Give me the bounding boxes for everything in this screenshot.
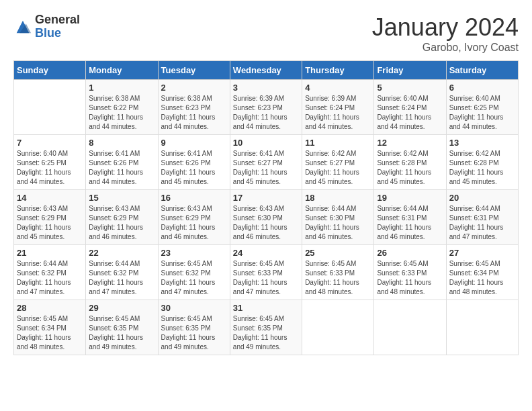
day-number: 15	[89, 193, 154, 203]
day-number: 18	[305, 193, 371, 203]
calendar-cell	[14, 80, 86, 135]
page-header: General Blue January 2024 Garobo, Ivory …	[13, 13, 519, 54]
month-title: January 2024	[372, 13, 519, 42]
calendar-cell: 18Sunrise: 6:44 AM Sunset: 6:30 PM Dayli…	[302, 190, 374, 245]
day-number: 1	[89, 83, 154, 93]
logo-text: General Blue	[35, 13, 80, 40]
day-info: Sunrise: 6:39 AM Sunset: 6:23 PM Dayligh…	[233, 94, 299, 132]
day-info: Sunrise: 6:43 AM Sunset: 6:29 PM Dayligh…	[89, 204, 154, 242]
day-number: 10	[233, 138, 299, 148]
day-info: Sunrise: 6:45 AM Sunset: 6:33 PM Dayligh…	[305, 259, 371, 297]
day-number: 19	[377, 193, 443, 203]
calendar-cell: 10Sunrise: 6:41 AM Sunset: 6:27 PM Dayli…	[230, 135, 302, 190]
calendar-cell: 11Sunrise: 6:42 AM Sunset: 6:27 PM Dayli…	[302, 135, 374, 190]
calendar-cell: 26Sunrise: 6:45 AM Sunset: 6:33 PM Dayli…	[374, 245, 446, 300]
day-info: Sunrise: 6:44 AM Sunset: 6:32 PM Dayligh…	[89, 259, 154, 297]
calendar-week-4: 21Sunrise: 6:44 AM Sunset: 6:32 PM Dayli…	[14, 245, 519, 300]
calendar-cell: 24Sunrise: 6:45 AM Sunset: 6:33 PM Dayli…	[230, 245, 302, 300]
day-number: 28	[17, 303, 83, 313]
weekday-header-thursday: Thursday	[302, 61, 374, 80]
calendar-cell: 6Sunrise: 6:40 AM Sunset: 6:25 PM Daylig…	[446, 80, 518, 135]
calendar-cell: 23Sunrise: 6:45 AM Sunset: 6:32 PM Dayli…	[158, 245, 230, 300]
day-number: 11	[305, 138, 371, 148]
day-info: Sunrise: 6:44 AM Sunset: 6:32 PM Dayligh…	[17, 259, 83, 297]
calendar-cell: 4Sunrise: 6:39 AM Sunset: 6:24 PM Daylig…	[302, 80, 374, 135]
day-info: Sunrise: 6:43 AM Sunset: 6:29 PM Dayligh…	[161, 204, 227, 242]
day-info: Sunrise: 6:38 AM Sunset: 6:22 PM Dayligh…	[89, 94, 154, 132]
day-info: Sunrise: 6:42 AM Sunset: 6:27 PM Dayligh…	[305, 149, 371, 187]
location-title: Garobo, Ivory Coast	[372, 42, 519, 54]
day-info: Sunrise: 6:45 AM Sunset: 6:35 PM Dayligh…	[89, 314, 154, 352]
calendar-week-1: 1Sunrise: 6:38 AM Sunset: 6:22 PM Daylig…	[14, 80, 519, 135]
day-number: 4	[305, 83, 371, 93]
day-info: Sunrise: 6:41 AM Sunset: 6:26 PM Dayligh…	[89, 149, 154, 187]
day-number: 3	[233, 83, 299, 93]
weekday-header-wednesday: Wednesday	[230, 61, 302, 80]
day-info: Sunrise: 6:44 AM Sunset: 6:31 PM Dayligh…	[449, 204, 515, 242]
day-info: Sunrise: 6:40 AM Sunset: 6:24 PM Dayligh…	[377, 94, 443, 132]
day-info: Sunrise: 6:40 AM Sunset: 6:25 PM Dayligh…	[449, 94, 515, 132]
calendar-week-3: 14Sunrise: 6:43 AM Sunset: 6:29 PM Dayli…	[14, 190, 519, 245]
calendar-cell: 22Sunrise: 6:44 AM Sunset: 6:32 PM Dayli…	[86, 245, 158, 300]
calendar-cell: 27Sunrise: 6:45 AM Sunset: 6:34 PM Dayli…	[446, 245, 518, 300]
day-number: 9	[161, 138, 227, 148]
day-number: 25	[305, 248, 371, 258]
day-info: Sunrise: 6:40 AM Sunset: 6:25 PM Dayligh…	[17, 149, 83, 187]
calendar-cell: 16Sunrise: 6:43 AM Sunset: 6:29 PM Dayli…	[158, 190, 230, 245]
calendar-cell: 13Sunrise: 6:42 AM Sunset: 6:28 PM Dayli…	[446, 135, 518, 190]
day-info: Sunrise: 6:45 AM Sunset: 6:35 PM Dayligh…	[161, 314, 227, 352]
calendar-week-2: 7Sunrise: 6:40 AM Sunset: 6:25 PM Daylig…	[14, 135, 519, 190]
calendar-cell: 14Sunrise: 6:43 AM Sunset: 6:29 PM Dayli…	[14, 190, 86, 245]
day-number: 17	[233, 193, 299, 203]
day-info: Sunrise: 6:41 AM Sunset: 6:27 PM Dayligh…	[233, 149, 299, 187]
calendar-cell: 21Sunrise: 6:44 AM Sunset: 6:32 PM Dayli…	[14, 245, 86, 300]
day-number: 8	[89, 138, 154, 148]
day-number: 12	[377, 138, 443, 148]
calendar-week-5: 28Sunrise: 6:45 AM Sunset: 6:34 PM Dayli…	[14, 300, 519, 355]
weekday-header-tuesday: Tuesday	[158, 61, 230, 80]
weekday-header-monday: Monday	[86, 61, 158, 80]
day-number: 29	[89, 303, 154, 313]
day-number: 27	[449, 248, 515, 258]
calendar-cell: 5Sunrise: 6:40 AM Sunset: 6:24 PM Daylig…	[374, 80, 446, 135]
weekday-header-saturday: Saturday	[446, 61, 518, 80]
calendar-cell: 15Sunrise: 6:43 AM Sunset: 6:29 PM Dayli…	[86, 190, 158, 245]
calendar-cell: 30Sunrise: 6:45 AM Sunset: 6:35 PM Dayli…	[158, 300, 230, 355]
calendar-cell: 28Sunrise: 6:45 AM Sunset: 6:34 PM Dayli…	[14, 300, 86, 355]
calendar-cell: 8Sunrise: 6:41 AM Sunset: 6:26 PM Daylig…	[86, 135, 158, 190]
day-number: 23	[161, 248, 227, 258]
day-number: 14	[17, 193, 83, 203]
day-number: 5	[377, 83, 443, 93]
calendar-cell: 7Sunrise: 6:40 AM Sunset: 6:25 PM Daylig…	[14, 135, 86, 190]
weekday-header-friday: Friday	[374, 61, 446, 80]
calendar-cell: 9Sunrise: 6:41 AM Sunset: 6:26 PM Daylig…	[158, 135, 230, 190]
day-number: 22	[89, 248, 154, 258]
day-number: 20	[449, 193, 515, 203]
day-info: Sunrise: 6:42 AM Sunset: 6:28 PM Dayligh…	[449, 149, 515, 187]
weekday-header-sunday: Sunday	[14, 61, 86, 80]
day-info: Sunrise: 6:43 AM Sunset: 6:29 PM Dayligh…	[17, 204, 83, 242]
calendar-cell: 25Sunrise: 6:45 AM Sunset: 6:33 PM Dayli…	[302, 245, 374, 300]
calendar-cell: 29Sunrise: 6:45 AM Sunset: 6:35 PM Dayli…	[86, 300, 158, 355]
day-number: 13	[449, 138, 515, 148]
calendar-cell: 19Sunrise: 6:44 AM Sunset: 6:31 PM Dayli…	[374, 190, 446, 245]
calendar-cell: 3Sunrise: 6:39 AM Sunset: 6:23 PM Daylig…	[230, 80, 302, 135]
title-area: January 2024 Garobo, Ivory Coast	[372, 13, 519, 54]
calendar-cell	[302, 300, 374, 355]
logo-general-text: General	[35, 13, 80, 26]
day-number: 2	[161, 83, 227, 93]
calendar-cell: 31Sunrise: 6:45 AM Sunset: 6:35 PM Dayli…	[230, 300, 302, 355]
day-info: Sunrise: 6:42 AM Sunset: 6:28 PM Dayligh…	[377, 149, 443, 187]
day-number: 21	[17, 248, 83, 258]
day-info: Sunrise: 6:45 AM Sunset: 6:34 PM Dayligh…	[449, 259, 515, 297]
day-info: Sunrise: 6:44 AM Sunset: 6:31 PM Dayligh…	[377, 204, 443, 242]
calendar-cell	[374, 300, 446, 355]
day-number: 6	[449, 83, 515, 93]
day-info: Sunrise: 6:45 AM Sunset: 6:33 PM Dayligh…	[233, 259, 299, 297]
day-info: Sunrise: 6:45 AM Sunset: 6:33 PM Dayligh…	[377, 259, 443, 297]
day-info: Sunrise: 6:38 AM Sunset: 6:23 PM Dayligh…	[161, 94, 227, 132]
calendar-cell: 2Sunrise: 6:38 AM Sunset: 6:23 PM Daylig…	[158, 80, 230, 135]
day-number: 7	[17, 138, 83, 148]
day-info: Sunrise: 6:45 AM Sunset: 6:35 PM Dayligh…	[233, 314, 299, 352]
day-number: 26	[377, 248, 443, 258]
